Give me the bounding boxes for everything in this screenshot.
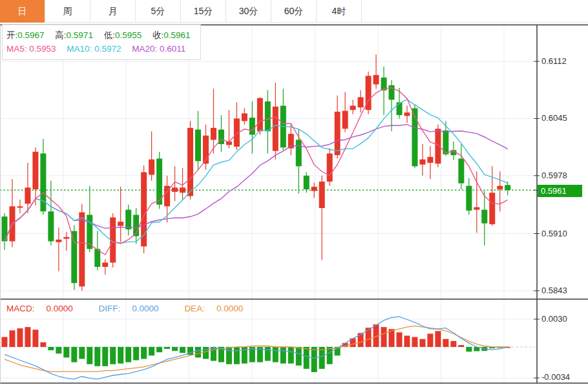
ma5-value: 0.5953 xyxy=(29,44,56,54)
axis-label-06112: 0.6112 xyxy=(541,56,587,66)
dea-label: DEA: xyxy=(184,304,205,313)
ma5-label: MA5: xyxy=(6,44,27,54)
low-value: 0.5955 xyxy=(115,30,142,40)
dea-value: 0.0000 xyxy=(216,304,243,313)
ma10-value: 0.5972 xyxy=(94,44,121,54)
ma10-label: MA10: xyxy=(67,44,92,54)
close-value: 0.5961 xyxy=(163,30,190,40)
open-label: 开: xyxy=(6,30,17,40)
low-label: 低: xyxy=(104,30,115,40)
trading-chart-window: 日 周 月 5分 15分 30分 60分 4时 开:0.5967 高:0.597… xyxy=(0,0,588,387)
open-value: 0.5967 xyxy=(17,30,44,40)
axis-label-macd-max: 0.0030 xyxy=(541,314,587,324)
axis-label-05910: 0.5910 xyxy=(541,229,587,238)
macd-header: MACD:0.0000 DIFF:0.0000 DEA:0.0000 xyxy=(6,304,266,313)
macd-value: 0.0000 xyxy=(47,304,73,313)
close-label: 收: xyxy=(152,30,163,40)
ma20-label: MA20: xyxy=(132,44,157,54)
axis-label-05843: 0.5843 xyxy=(541,286,587,295)
high-value: 0.5971 xyxy=(67,30,93,40)
axis-label-05978: 0.5978 xyxy=(541,171,587,180)
high-label: 高: xyxy=(55,30,66,40)
macd-label: MACD: xyxy=(6,304,35,313)
ma-row: MA5: 0.5953 MA10: 0.5972 MA20: 0.6011 xyxy=(6,42,195,56)
ohlc-row: 开:0.5967 高:0.5971 低:0.5955 收:0.5961 xyxy=(6,28,195,42)
diff-label: DIFF: xyxy=(99,304,121,313)
diff-value: 0.0000 xyxy=(132,304,158,313)
ohlc-info-box: 开:0.5967 高:0.5971 低:0.5955 收:0.5961 MA5:… xyxy=(2,25,201,60)
axis-label-macd-min: -0.0034 xyxy=(541,372,587,382)
current-price-badge: 0.5961 xyxy=(538,185,582,197)
axis-label-06045: 0.6045 xyxy=(541,113,587,123)
ma20-value: 0.6011 xyxy=(160,44,185,54)
